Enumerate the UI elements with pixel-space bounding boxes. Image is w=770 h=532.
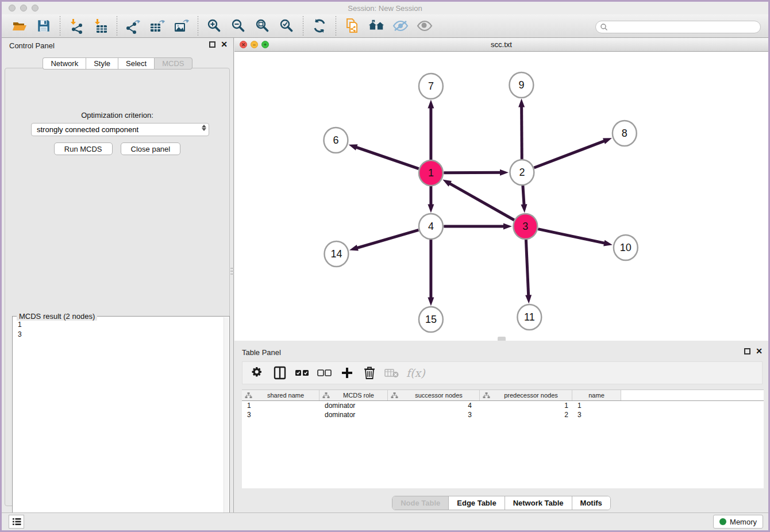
tab-style[interactable]: Style — [86, 57, 118, 70]
graph-edge-3-10[interactable] — [538, 229, 606, 244]
column-header-mcds-role[interactable]: MCDS role — [319, 390, 388, 400]
graph-edge-3-1[interactable] — [449, 183, 514, 220]
cell-predecessor-nodes[interactable]: 1 — [480, 402, 572, 410]
graph-arrowhead — [521, 204, 527, 213]
column-header-name[interactable]: name — [572, 390, 621, 400]
graph-edge-2-9[interactable] — [522, 105, 522, 159]
copy-network-icon[interactable] — [344, 17, 361, 34]
export-table-icon[interactable] — [149, 17, 166, 34]
tab-motifs[interactable]: Motifs — [572, 496, 610, 510]
column-header-successor-nodes[interactable]: successor nodes — [388, 390, 480, 400]
close-table-panel-icon[interactable]: ✕ — [756, 347, 763, 356]
import-table-icon[interactable] — [92, 17, 109, 34]
cell-predecessor-nodes[interactable]: 2 — [480, 411, 572, 419]
export-network-icon[interactable] — [125, 17, 142, 34]
graph-edge-2-8[interactable] — [534, 141, 605, 168]
cell-successor-nodes[interactable]: 3 — [388, 411, 480, 419]
network-canvas[interactable]: 7968124314101511 — [234, 52, 768, 341]
panel-splitter-handle[interactable] — [230, 263, 234, 279]
memory-button[interactable]: Memory — [713, 515, 763, 529]
delete-icon[interactable] — [361, 365, 378, 380]
graph-arrowhead — [428, 205, 434, 213]
window-title: Session: New Session — [348, 4, 422, 13]
graph-edge-3-11[interactable] — [526, 239, 528, 296]
hide-details-icon[interactable] — [392, 17, 409, 34]
tab-select[interactable]: Select — [118, 57, 154, 70]
run-mcds-button[interactable]: Run MCDS — [54, 142, 113, 155]
cell-name[interactable]: 1 — [572, 402, 621, 410]
graph-edge-2-3[interactable] — [523, 185, 524, 206]
zoom-fit-icon[interactable] — [254, 17, 271, 34]
graph-node-label: 4 — [428, 221, 434, 232]
graph-arrowhead — [349, 144, 358, 150]
column-header-shared-name[interactable]: shared name — [242, 390, 319, 400]
graph-arrowhead — [525, 295, 532, 303]
control-panel-tabs: Network Style Select MCDS — [2, 57, 233, 70]
table-row[interactable]: 3 dominator 3 2 3 — [242, 410, 764, 419]
zoom-out-icon[interactable] — [230, 17, 247, 34]
graph-node-label: 3 — [522, 221, 528, 232]
table-panel: Table Panel ✕ — [234, 345, 768, 516]
delete-table-icon — [384, 365, 400, 380]
maximize-window-icon[interactable] — [32, 5, 38, 11]
minimize-window-icon[interactable] — [20, 5, 27, 11]
save-session-icon[interactable] — [35, 17, 52, 34]
tree-icon — [322, 392, 330, 399]
float-table-panel-icon[interactable] — [744, 348, 750, 354]
graph-edge-1-6[interactable] — [355, 147, 419, 169]
network-maximize-icon[interactable]: + — [261, 41, 269, 48]
tab-network-table[interactable]: Network Table — [505, 496, 572, 510]
refresh-icon[interactable] — [311, 17, 328, 34]
network-close-icon[interactable]: ✕ — [240, 41, 247, 48]
deselect-all-icon[interactable] — [317, 365, 333, 380]
task-history-button[interactable] — [9, 515, 24, 529]
cell-shared-name[interactable]: 1 — [242, 402, 319, 410]
graph-arrowhead — [428, 298, 434, 306]
zoom-in-icon[interactable] — [206, 17, 223, 34]
graph-node-label: 2 — [519, 167, 525, 178]
cell-shared-name[interactable]: 3 — [242, 411, 319, 419]
float-panel-icon[interactable] — [209, 41, 215, 48]
cell-mcds-role[interactable]: dominator — [319, 402, 388, 410]
select-all-icon[interactable] — [294, 365, 310, 380]
cell-mcds-role[interactable]: dominator — [319, 411, 388, 419]
mcds-result-scrollbar[interactable] — [224, 317, 229, 531]
export-image-icon[interactable] — [173, 17, 190, 34]
tab-edge-table[interactable]: Edge Table — [449, 496, 505, 510]
graph-node-label: 11 — [524, 311, 535, 323]
table-row[interactable]: 1 dominator 4 1 1 — [242, 401, 764, 410]
tab-network[interactable]: Network — [43, 57, 86, 70]
gear-icon[interactable] — [249, 365, 265, 380]
close-window-icon[interactable] — [9, 5, 16, 11]
graph-edge-4-14[interactable] — [356, 230, 418, 248]
application-window: Session: New Session — [0, 0, 770, 532]
tab-node-table[interactable]: Node Table — [392, 496, 449, 510]
criterion-value: strongly connected component — [37, 125, 138, 134]
show-details-icon[interactable] — [416, 17, 433, 34]
open-session-icon[interactable] — [11, 17, 28, 34]
close-panel-icon[interactable]: ✕ — [221, 40, 228, 49]
network-titlebar[interactable]: ✕ − + scc.txt — [234, 38, 768, 52]
cell-name[interactable]: 3 — [572, 411, 621, 419]
graph-node-label: 9 — [518, 79, 524, 91]
zoom-selected-icon[interactable] — [278, 17, 295, 34]
mcds-tab-content: Optimization criterion: strongly connect… — [5, 68, 230, 506]
canvas-resize-handle[interactable] — [498, 337, 506, 341]
toolbar-separator — [117, 16, 117, 36]
add-icon[interactable] — [339, 365, 355, 380]
status-bar: Memory — [2, 512, 768, 530]
network-graph: 7968124314101511 — [234, 52, 768, 341]
import-network-icon[interactable] — [68, 17, 85, 34]
list-icon — [12, 518, 21, 526]
search-input[interactable] — [595, 21, 761, 33]
close-panel-button[interactable]: Close panel — [121, 142, 181, 155]
tab-mcds[interactable]: MCDS — [154, 57, 192, 70]
network-minimize-icon[interactable]: − — [251, 41, 258, 48]
columns-icon[interactable] — [272, 365, 288, 380]
mcds-result-legend: MCDS result (2 nodes) — [17, 312, 97, 321]
neighbors-icon[interactable] — [368, 17, 385, 34]
cell-successor-nodes[interactable]: 4 — [388, 402, 480, 410]
graph-edge-1-2[interactable] — [444, 172, 502, 173]
column-header-predecessor-nodes[interactable]: predecessor nodes — [480, 390, 572, 400]
criterion-select[interactable]: strongly connected component — [31, 123, 209, 136]
